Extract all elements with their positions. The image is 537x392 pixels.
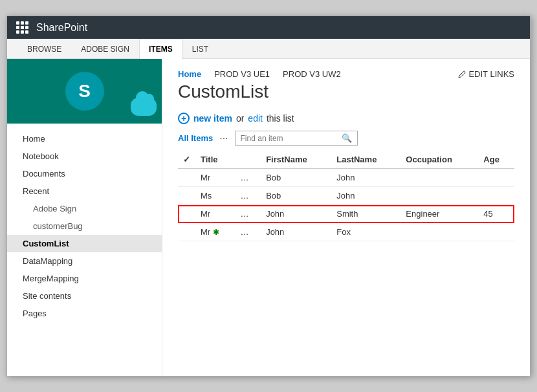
cell-title: Mr <box>195 205 235 223</box>
asterisk-icon: ✱ <box>213 228 219 237</box>
cell-firstname: Bob <box>261 187 331 205</box>
tab-adobe-sign[interactable]: ADOBE SIGN <box>71 39 139 59</box>
col-lastname: LastName <box>331 151 400 169</box>
col-dots <box>235 151 261 169</box>
cell-occupation: Engineer <box>400 205 478 223</box>
search-box[interactable]: 🔍 <box>235 131 358 146</box>
new-item-button[interactable]: + <box>178 113 190 124</box>
tab-list[interactable]: LIST <box>182 39 218 59</box>
cell-age <box>478 187 514 205</box>
cell-occupation <box>400 223 478 241</box>
cell-lastname: John <box>331 187 400 205</box>
cell-firstname: John <box>261 205 331 223</box>
sidebar-item-pages[interactable]: Pages <box>7 305 162 322</box>
cell-check <box>178 223 195 241</box>
view-bar: All Items ··· 🔍 <box>178 131 514 146</box>
cell-firstname: John <box>261 223 331 241</box>
cell-row-menu[interactable]: … <box>235 169 261 187</box>
col-firstname: FirstName <box>261 151 331 169</box>
cell-title: Mr ✱ <box>195 223 235 241</box>
logo-s-letter: S <box>78 81 91 102</box>
cell-row-menu[interactable]: … <box>235 187 261 205</box>
edit-link[interactable]: edit <box>248 113 263 124</box>
col-age: Age <box>478 151 514 169</box>
breadcrumb-prod-ue1[interactable]: PROD V3 UE1 <box>214 69 270 79</box>
table-row[interactable]: Mr … Bob John <box>178 169 514 187</box>
view-label[interactable]: All Items <box>178 133 213 143</box>
sidebar-item-home[interactable]: Home <box>7 130 162 147</box>
cell-check <box>178 205 195 223</box>
sidebar-item-notebook[interactable]: Notebook <box>7 147 162 165</box>
col-occupation: Occupation <box>400 151 478 169</box>
cell-check <box>178 169 195 187</box>
cell-age: 45 <box>478 205 514 223</box>
table-row[interactable]: Mr ✱ … John Fox <box>178 223 514 241</box>
sidebar-item-data-mapping[interactable]: DataMapping <box>7 252 162 270</box>
logo-cloud <box>131 98 157 116</box>
breadcrumb-edit-links[interactable]: EDIT LINKS <box>458 69 514 79</box>
cell-lastname: Smith <box>331 205 400 223</box>
ribbon: BROWSE ADOBE SIGN ITEMS LIST <box>7 39 530 59</box>
cell-occupation <box>400 169 478 187</box>
or-text: or <box>236 113 244 124</box>
tab-browse[interactable]: BROWSE <box>17 39 71 59</box>
cell-occupation <box>400 187 478 205</box>
main-layout: S Home Notebook Documents Recent Adobe S… <box>7 59 530 376</box>
table-row-highlighted[interactable]: Mr … John Smith Engineer 45 <box>178 205 514 223</box>
pencil-icon <box>458 71 466 78</box>
app-name: SharePoint <box>36 22 87 34</box>
search-input[interactable] <box>241 134 338 143</box>
sidebar-item-customer-bug[interactable]: customerBug <box>7 217 162 235</box>
logo-circle: S <box>65 72 104 111</box>
new-item-link[interactable]: new item <box>193 113 232 124</box>
cell-row-menu[interactable]: … <box>235 205 261 223</box>
search-icon: 🔍 <box>342 133 352 143</box>
breadcrumb: Home PROD V3 UE1 PROD V3 UW2 EDIT LINKS <box>178 69 514 79</box>
sidebar-item-adobe-sign[interactable]: Adobe Sign <box>7 200 162 217</box>
sidebar-nav: Home Notebook Documents Recent Adobe Sig… <box>7 124 162 329</box>
cell-row-menu[interactable]: … <box>235 223 261 241</box>
cell-title: Ms <box>195 187 235 205</box>
cell-age <box>478 223 514 241</box>
view-options-button[interactable]: ··· <box>219 133 228 144</box>
sidebar: S Home Notebook Documents Recent Adobe S… <box>7 59 162 376</box>
cell-title: Mr <box>195 169 235 187</box>
cell-check <box>178 187 195 205</box>
page-title: CustomList <box>178 82 514 102</box>
col-check: ✓ <box>178 151 195 169</box>
col-title: Title <box>195 151 235 169</box>
edit-links-label: EDIT LINKS <box>468 69 514 79</box>
waffle-icon[interactable] <box>16 21 28 34</box>
top-bar: SharePoint <box>7 16 530 39</box>
new-item-bar: + new item or edit this list <box>178 113 514 124</box>
cell-lastname: Fox <box>331 223 400 241</box>
sidebar-item-custom-list[interactable]: CustomList <box>7 235 162 252</box>
list-table: ✓ Title FirstName LastName Occupation Ag… <box>178 151 514 241</box>
tab-items[interactable]: ITEMS <box>139 39 182 59</box>
table-header-row: ✓ Title FirstName LastName Occupation Ag… <box>178 151 514 169</box>
breadcrumb-prod-uw2[interactable]: PROD V3 UW2 <box>283 69 341 79</box>
breadcrumb-home[interactable]: Home <box>178 69 201 79</box>
sidebar-item-recent[interactable]: Recent <box>7 182 162 200</box>
sidebar-logo: S <box>7 59 162 124</box>
table-row[interactable]: Ms … Bob John <box>178 187 514 205</box>
sidebar-item-site-contents[interactable]: Site contents <box>7 287 162 305</box>
cell-lastname: John <box>331 169 400 187</box>
sidebar-item-documents[interactable]: Documents <box>7 165 162 182</box>
this-list-text: this list <box>267 113 294 124</box>
sidebar-item-merge-mapping[interactable]: MergeMapping <box>7 270 162 287</box>
content-area: Home PROD V3 UE1 PROD V3 UW2 EDIT LINKS … <box>162 59 530 376</box>
cell-firstname: Bob <box>261 169 331 187</box>
cell-age <box>478 169 514 187</box>
